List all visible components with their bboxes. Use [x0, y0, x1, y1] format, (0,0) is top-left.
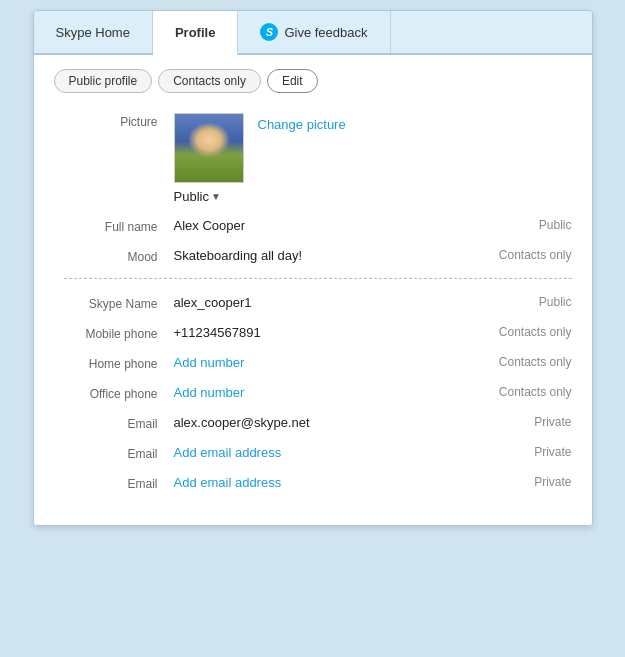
tab-give-feedback[interactable]: S Give feedback	[238, 11, 390, 53]
email2-privacy: Private	[472, 445, 572, 459]
mood-value: Skateboarding all day!	[174, 248, 472, 263]
homephone-value: Add number	[174, 355, 472, 370]
email3-value: Add email address	[174, 475, 472, 490]
subtab-public-profile[interactable]: Public profile	[54, 69, 153, 93]
subtab-edit[interactable]: Edit	[267, 69, 318, 93]
skypename-row: Skype Name alex_cooper1 Public	[64, 295, 572, 311]
email3-row: Email Add email address Private	[64, 475, 572, 491]
email3-privacy: Private	[472, 475, 572, 489]
skype-home-label: Skype Home	[56, 25, 130, 40]
dropdown-arrow-icon: ▼	[211, 191, 221, 202]
skypename-value: alex_cooper1	[174, 295, 472, 310]
fullname-privacy: Public	[472, 218, 572, 232]
skypename-label: Skype Name	[64, 295, 174, 311]
homephone-label: Home phone	[64, 355, 174, 371]
email1-row: Email alex.cooper@skype.net Private	[64, 415, 572, 431]
subtab-contacts-only[interactable]: Contacts only	[158, 69, 261, 93]
homephone-row: Home phone Add number Contacts only	[64, 355, 572, 371]
homephone-link[interactable]: Add number	[174, 355, 245, 370]
email3-label: Email	[64, 475, 174, 491]
fullname-value: Alex Cooper	[174, 218, 472, 233]
add-email3-link[interactable]: Add email address	[174, 475, 282, 490]
profile-content: Public profile Contacts only Edit Pictur…	[34, 55, 592, 525]
fullname-label: Full name	[64, 218, 174, 234]
add-email2-link[interactable]: Add email address	[174, 445, 282, 460]
skypename-privacy: Public	[472, 295, 572, 309]
email2-row: Email Add email address Private	[64, 445, 572, 461]
mood-privacy: Contacts only	[472, 248, 572, 262]
profile-pic-inner	[175, 114, 243, 182]
mood-row: Mood Skateboarding all day! Contacts onl…	[64, 248, 572, 264]
profile-section: Picture Change picture Public ▼	[54, 113, 572, 491]
profile-picture[interactable]	[174, 113, 244, 183]
visibility-dropdown[interactable]: Public ▼	[174, 189, 572, 204]
visibility-label: Public	[174, 189, 209, 204]
tab-skype-home[interactable]: Skype Home	[34, 11, 153, 53]
mobile-privacy: Contacts only	[472, 325, 572, 339]
skype-icon: S	[260, 23, 278, 41]
email2-value: Add email address	[174, 445, 472, 460]
app-window: Skype Home Profile S Give feedback Publi…	[33, 10, 593, 526]
sub-tab-bar: Public profile Contacts only Edit	[54, 69, 572, 93]
mobile-label: Mobile phone	[64, 325, 174, 341]
officephone-value: Add number	[174, 385, 472, 400]
officephone-privacy: Contacts only	[472, 385, 572, 399]
email1-value: alex.cooper@skype.net	[174, 415, 472, 430]
section-divider	[64, 278, 572, 279]
give-feedback-label: Give feedback	[284, 25, 367, 40]
fullname-row: Full name Alex Cooper Public	[64, 218, 572, 234]
email1-privacy: Private	[472, 415, 572, 429]
profile-label: Profile	[175, 25, 215, 40]
tab-bar: Skype Home Profile S Give feedback	[34, 11, 592, 55]
picture-label: Picture	[64, 113, 174, 129]
officephone-label: Office phone	[64, 385, 174, 401]
mobile-value: +11234567891	[174, 325, 472, 340]
officephone-row: Office phone Add number Contacts only	[64, 385, 572, 401]
homephone-privacy: Contacts only	[472, 355, 572, 369]
mobile-row: Mobile phone +11234567891 Contacts only	[64, 325, 572, 341]
picture-value: Change picture Public ▼	[174, 113, 572, 204]
change-picture-link[interactable]: Change picture	[258, 113, 346, 132]
officephone-link[interactable]: Add number	[174, 385, 245, 400]
mood-label: Mood	[64, 248, 174, 264]
tab-profile[interactable]: Profile	[153, 11, 238, 55]
picture-row: Picture Change picture Public ▼	[64, 113, 572, 204]
email2-label: Email	[64, 445, 174, 461]
email1-label: Email	[64, 415, 174, 431]
